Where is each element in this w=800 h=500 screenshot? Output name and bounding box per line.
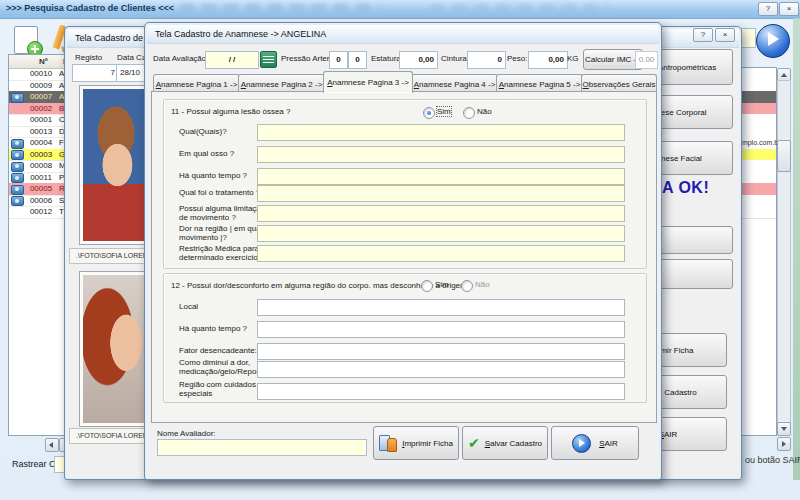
nome-avaliador-label: Nome Avaliador: <box>157 429 216 438</box>
photo-icon <box>11 93 24 103</box>
main-help-button[interactable]: ? <box>758 2 778 16</box>
q12-field-label: Há quanto tempo ? <box>179 324 247 333</box>
q11-field-label: Há quanto tempo ? <box>179 171 247 180</box>
main-titlebar: >>> Pesquisa Cadastro de Clientes <<< <box>0 0 800 19</box>
q11-sim-label[interactable]: Sim <box>437 107 451 116</box>
calcular-imc-button[interactable]: Calcular IMC -> <box>583 49 643 70</box>
q12-input-fator[interactable] <box>257 343 625 360</box>
main-title: >>> Pesquisa Cadastro de Clientes <<< <box>6 3 174 13</box>
pressao-dia-input[interactable]: 0 <box>348 51 367 69</box>
hscroll-right-arrow[interactable] <box>777 437 791 451</box>
exit-arrow-icon <box>768 32 779 46</box>
status-ok-text: A OK! <box>662 179 709 197</box>
clientes-help-button[interactable]: ? <box>693 28 713 42</box>
data-cadastro-label: Data Ca <box>117 53 146 62</box>
check-icon: ✔ <box>468 436 480 450</box>
data-avaliacao-input[interactable]: / / <box>205 51 259 69</box>
calendar-icon[interactable] <box>260 51 277 68</box>
cintura-label: Cintura: <box>441 54 469 63</box>
q12-field-label: Como diminui a dor, medicação/gelo/Repou… <box>179 358 269 376</box>
q12-nao-label[interactable]: Não <box>475 280 490 289</box>
q12-input-cuidados[interactable] <box>257 383 625 400</box>
col-num: Nº <box>39 57 48 66</box>
client-photo-2 <box>79 271 153 427</box>
pressao-sys-input[interactable]: 0 <box>329 51 348 69</box>
nome-avaliador-input[interactable] <box>157 439 367 456</box>
cintura-input[interactable]: 0 <box>467 51 506 69</box>
anamnese-titlebar[interactable]: Tela Cadastro de Anamnese -> ANGELINA <box>147 25 659 44</box>
photo-icon <box>11 139 24 149</box>
new-record-icon[interactable] <box>14 26 38 54</box>
watermark <box>430 4 610 12</box>
watermark <box>180 4 380 12</box>
data-avaliacao-label: Data Avaliação: <box>153 54 208 63</box>
q11-nao-label[interactable]: Não <box>477 107 492 116</box>
q11-field-label: Em qual osso ? <box>179 149 234 158</box>
q11-input-qual[interactable] <box>257 124 625 141</box>
exit-arrow-icon <box>572 434 591 453</box>
q11-input-tratamento[interactable] <box>257 185 625 202</box>
salvar-cadastro-button[interactable]: ✔ Salvar Cadastro <box>462 426 548 460</box>
q11-field-label: Possui alguma limitação de movimento ? <box>179 204 265 222</box>
photo-icon <box>11 162 24 172</box>
q12-input-tempo[interactable] <box>257 321 625 338</box>
photo-icon <box>11 150 24 160</box>
q12-input-como-diminui[interactable] <box>257 361 625 378</box>
vscroll-thumb[interactable] <box>777 140 791 172</box>
question-11-text: 11 - Possui alguma lesão óssea ? <box>171 107 290 116</box>
photo-icon <box>11 173 24 183</box>
estatura-input[interactable]: 0,00 <box>399 51 438 69</box>
photo-icon <box>11 185 24 195</box>
client-photo-1 <box>79 85 153 245</box>
q11-sim-radio[interactable] <box>423 107 435 119</box>
q11-input-osso[interactable] <box>257 146 625 163</box>
q11-field-label: Dor na região | em qual movimento |? <box>179 224 262 242</box>
q11-input-tempo[interactable] <box>257 168 625 185</box>
sair-button[interactable]: SAIR <box>551 426 639 460</box>
photo-caption-1: .\FOTO\SOFIA LOREN <box>69 248 155 264</box>
q12-field-label: Fator desencadeante: <box>179 346 257 355</box>
q11-nao-radio[interactable] <box>463 107 475 119</box>
q12-field-label: Região com cuidados especiais <box>179 380 256 398</box>
clientes-close-button[interactable]: × <box>715 28 735 42</box>
imc-result-field: 0.00 <box>635 51 658 69</box>
q11-input-limitacao[interactable] <box>257 205 625 222</box>
peso-input[interactable]: 0,00 <box>528 51 568 69</box>
registro-field[interactable]: 7 <box>72 64 120 82</box>
registro-label: Registo <box>75 53 102 62</box>
app-screen: >>> Pesquisa Cadastro de Clientes <<< ? … <box>0 0 800 500</box>
q11-input-dor-regiao[interactable] <box>257 225 625 242</box>
anamnese-dialog: Tela Cadastro de Anamnese -> ANGELINA Da… <box>144 22 662 480</box>
q11-field-label: Qual(Quais)? <box>179 127 227 136</box>
desktop-edge <box>793 18 800 480</box>
vscroll-down-arrow[interactable] <box>777 422 791 436</box>
peso-label: Peso: <box>507 54 527 63</box>
anamnese-title: Tela Cadastro de Anamnese -> ANGELINA <box>155 29 326 39</box>
q12-sim-radio[interactable] <box>421 280 433 292</box>
q12-sim-label[interactable]: Sim <box>435 280 449 289</box>
imprimir-ficha-button[interactable]: Imprimir Ficha <box>373 426 459 460</box>
printer-icon <box>379 435 397 451</box>
photo-caption-2: .\FOTO\SOFIA LOREN <box>69 428 155 444</box>
q12-nao-radio[interactable] <box>461 280 473 292</box>
q12-field-label: Local <box>179 302 198 311</box>
kg-label: KG <box>567 54 579 63</box>
q12-input-local[interactable] <box>257 299 625 316</box>
client-email-fragment: emplo.com.br <box>738 137 780 148</box>
q11-input-restricao[interactable] <box>257 245 625 262</box>
q11-field-label: Qual foi o tratamento ? <box>179 188 260 197</box>
q11-field-label: Restrição Médica para determinado exercí… <box>179 244 264 262</box>
hscroll-left-arrow[interactable] <box>45 438 59 452</box>
tab-anamnese-3[interactable]: Anamnese Pagina 3 -> <box>323 71 413 93</box>
photo-icon <box>11 196 24 206</box>
main-close-button[interactable]: × <box>779 2 799 16</box>
footer-hint: C ou botão SAIR <box>736 455 800 465</box>
vscroll-track[interactable] <box>777 80 791 424</box>
